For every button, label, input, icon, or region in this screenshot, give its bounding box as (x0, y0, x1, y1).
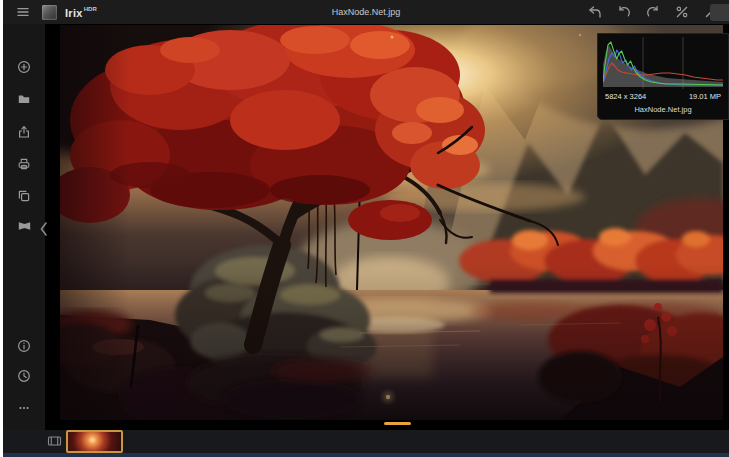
filmstrip-toggle-icon[interactable] (47, 434, 63, 448)
export-icon[interactable] (13, 121, 35, 143)
print-icon[interactable] (13, 153, 35, 175)
more-icon[interactable] (13, 397, 35, 419)
menu-icon[interactable] (12, 1, 34, 23)
reply-arrow-icon[interactable] (584, 1, 606, 23)
info-icon[interactable] (13, 335, 35, 357)
filmstrip-resize-handle[interactable] (384, 422, 411, 425)
panorama-icon[interactable] (13, 215, 35, 237)
top-toolbar: IrixHDR HaxNode.Net.jpg (3, 0, 729, 24)
undo-icon[interactable] (613, 1, 635, 23)
app-window: IrixHDR HaxNode.Net.jpg (3, 0, 729, 457)
folder-icon[interactable] (13, 88, 35, 110)
app-logo-icon (42, 5, 57, 20)
panel-collapse-chevron-icon[interactable] (38, 219, 50, 239)
app-name: IrixHDR (65, 3, 97, 21)
image-filename: HaxNode.Net.jpg (603, 101, 723, 114)
histogram-panel: 5824 x 3264 19.01 MP HaxNode.Net.jpg (597, 33, 729, 120)
redo-icon[interactable] (642, 1, 664, 23)
window-bottom-edge (3, 453, 729, 457)
filmstrip-thumbnail-selected[interactable] (66, 430, 123, 453)
add-icon[interactable] (13, 56, 35, 78)
histogram-chart (603, 37, 723, 89)
toolbar-overflow-button[interactable] (710, 4, 729, 21)
duplicate-icon[interactable] (13, 185, 35, 207)
compare-icon[interactable] (671, 1, 693, 23)
history-icon[interactable] (13, 365, 35, 387)
image-megapixels: 19.01 MP (689, 92, 721, 101)
image-dimensions: 5824 x 3264 (605, 92, 646, 101)
